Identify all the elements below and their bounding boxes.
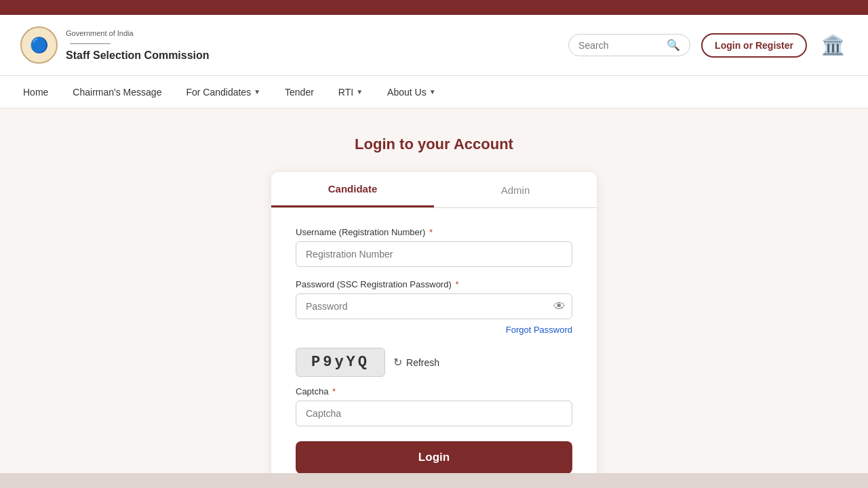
forgot-password-link-wrapper: Forgot Password xyxy=(296,323,572,336)
logo-emblem: 🔵 xyxy=(20,26,58,64)
header: 🔵 Government of India Staff Selection Co… xyxy=(0,15,868,76)
login-register-button[interactable]: Login or Register xyxy=(701,33,807,58)
national-emblem: 🏛️ xyxy=(818,30,848,60)
login-form: Username (Registration Number) * Passwor… xyxy=(271,208,597,474)
captcha-field-group: Captcha * xyxy=(296,386,572,426)
password-field-group: Password (SSC Registration Password) * 👁… xyxy=(296,279,572,336)
main-nav: Home Chairman's Message For Candidates ▼… xyxy=(0,76,868,108)
captcha-image: P9yYQ xyxy=(296,348,385,377)
login-button[interactable]: Login xyxy=(296,441,572,474)
bottom-bar xyxy=(0,473,868,488)
nav-about-us[interactable]: About Us ▼ xyxy=(384,77,439,107)
refresh-captcha-button[interactable]: ↻ Refresh xyxy=(393,356,439,369)
org-title: Staff Selection Commission xyxy=(66,49,210,62)
captcha-display-row: P9yYQ ↻ Refresh xyxy=(296,348,572,377)
tab-candidate[interactable]: Candidate xyxy=(271,172,434,207)
username-input[interactable] xyxy=(296,241,572,267)
toggle-password-button[interactable]: 👁 xyxy=(553,300,566,314)
search-box[interactable]: 🔍 xyxy=(568,34,690,56)
username-field-group: Username (Registration Number) * xyxy=(296,227,572,267)
tab-admin[interactable]: Admin xyxy=(434,172,597,207)
chevron-down-icon: ▼ xyxy=(356,88,363,96)
chevron-down-icon: ▼ xyxy=(429,88,436,96)
nav-home[interactable]: Home xyxy=(20,77,51,107)
username-label: Username (Registration Number) * xyxy=(296,227,572,237)
top-bar xyxy=(0,0,868,15)
password-wrapper: 👁 xyxy=(296,293,572,319)
main-content: Login to your Account Candidate Admin Us… xyxy=(0,108,868,488)
refresh-icon: ↻ xyxy=(393,356,402,369)
username-required: * xyxy=(429,227,433,237)
page-title: Login to your Account xyxy=(355,136,513,153)
login-card: Candidate Admin Username (Registration N… xyxy=(271,172,597,488)
gov-title: Government of India xyxy=(66,29,210,37)
captcha-required: * xyxy=(332,386,336,396)
nav-for-candidates[interactable]: For Candidates ▼ xyxy=(183,77,263,107)
logo-text: Government of India Staff Selection Comm… xyxy=(66,29,210,62)
forgot-password-link[interactable]: Forgot Password xyxy=(506,325,572,335)
search-icon-button[interactable]: 🔍 xyxy=(667,39,680,52)
nav-chairmans-message[interactable]: Chairman's Message xyxy=(70,77,164,107)
header-divider xyxy=(70,43,111,44)
password-input[interactable] xyxy=(296,293,572,319)
captcha-input[interactable] xyxy=(296,401,572,426)
header-logo-area: 🔵 Government of India Staff Selection Co… xyxy=(20,26,210,64)
nav-tender[interactable]: Tender xyxy=(282,77,317,107)
header-right: 🔍 Login or Register 🏛️ xyxy=(568,30,848,60)
nav-rti[interactable]: RTI ▼ xyxy=(336,77,366,107)
search-input[interactable] xyxy=(578,40,667,51)
password-label: Password (SSC Registration Password) * xyxy=(296,279,572,289)
password-required: * xyxy=(455,279,458,289)
captcha-label: Captcha * xyxy=(296,386,572,396)
login-tabs: Candidate Admin xyxy=(271,172,597,208)
chevron-down-icon: ▼ xyxy=(254,88,260,96)
